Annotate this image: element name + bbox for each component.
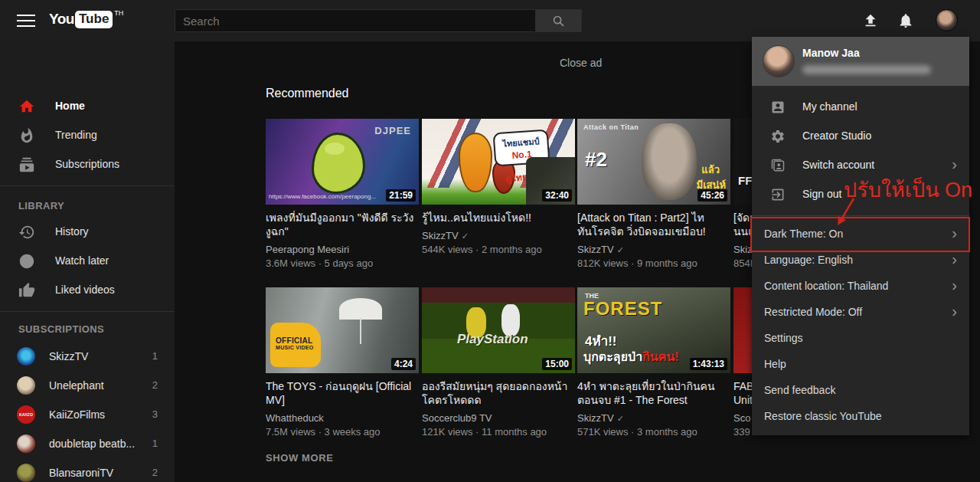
channel-name: SkizzTV — [49, 350, 88, 362]
menu-item-language[interactable]: Language: English › — [752, 248, 969, 274]
search-input[interactable] — [175, 9, 536, 32]
chevron-right-icon: › — [952, 251, 957, 268]
thumb-overlay-text: OFFICIAL — [276, 336, 321, 345]
verified-badge-icon: ✓ — [617, 414, 624, 423]
logo-tube-text: Tube — [75, 11, 113, 28]
top-bar: You Tube TH — [0, 0, 980, 41]
hamburger-menu-icon[interactable] — [17, 15, 35, 27]
menu-item-label: My channel — [802, 100, 858, 113]
verified-badge-icon: ✓ — [617, 245, 624, 254]
menu-item-restore-classic[interactable]: Restore classic YouTube — [752, 404, 969, 430]
menu-item-label: Creator Studio — [802, 130, 871, 142]
menu-item-label: Restore classic YouTube — [764, 410, 882, 422]
video-card[interactable]: Attack on Titan #2 แล้ว มีเสน่ห์ 45:26 [… — [577, 119, 730, 269]
sidebar-item-subscriptions[interactable]: Subscriptions — [0, 150, 175, 179]
trending-flame-icon — [18, 127, 35, 144]
channel-avatar: KAIIZO — [17, 405, 35, 424]
library-section-header: LIBRARY — [18, 200, 64, 211]
video-channel[interactable]: Peerapong Meesiri — [266, 244, 419, 255]
video-channel[interactable]: Whattheduck — [266, 412, 419, 424]
video-meta: 571K views · 3 months ago — [577, 426, 730, 438]
account-header: Manow Jaa — [752, 37, 969, 86]
sidebar-item-trending[interactable]: Trending — [0, 121, 175, 150]
video-card[interactable]: OFFICIAL MUSIC VIDEO 4:24 The TOYS - ก่อ… — [266, 287, 419, 438]
user-avatar[interactable] — [936, 9, 958, 31]
video-duration: 32:40 — [542, 189, 572, 202]
youtube-logo[interactable]: You Tube TH — [49, 11, 123, 28]
video-title[interactable]: เพลงที่มันมีงูออกมา "ฟังดีดี ระวัง งูฉก" — [266, 211, 419, 238]
switch-account-icon — [770, 158, 786, 173]
new-videos-count: 2 — [152, 467, 158, 478]
logo-you-text: You — [49, 11, 74, 28]
channel-avatar — [17, 434, 35, 453]
close-ad-button[interactable]: Close ad — [560, 57, 602, 69]
video-title[interactable]: อองรีสมัยหนุ่มๆ สุดยอดกองหน้า โคตรโหดดด — [422, 379, 575, 407]
sidebar: Home Trending Subscriptions LIBRARY Hist… — [0, 41, 175, 482]
umbrella-graphic — [339, 298, 382, 320]
video-meta: 544K views · 2 months ago — [422, 244, 575, 255]
chevron-right-icon: › — [952, 303, 957, 320]
thumb-overlay-text: แล้ว — [701, 162, 720, 178]
menu-item-settings[interactable]: Settings — [752, 326, 969, 352]
upload-icon[interactable] — [862, 12, 879, 29]
sidebar-subscription-skizztv[interactable]: SkizzTV 1 — [0, 342, 175, 371]
menu-item-label: Restricted Mode: Off — [764, 306, 862, 318]
video-card[interactable]: ไทยแชมป์ No.1 ดูไทย! 32:40 รู้ไหม..คนไทย… — [422, 119, 575, 255]
sidebar-subscription-blansaronitv[interactable]: BlansaroniTV 2 — [0, 458, 175, 482]
menu-item-label: Send feedback — [764, 384, 835, 396]
menu-item-send-feedback[interactable]: Send feedback — [752, 378, 969, 404]
new-videos-count: 3 — [152, 408, 158, 420]
video-thumbnail: THE FOREST 4หำ!! บุกตะลุยป่ากินคน! 1:43:… — [577, 287, 730, 373]
sidebar-divider — [0, 185, 175, 186]
video-card[interactable]: DJPEE https://www.facebook.com/peerapong… — [266, 119, 419, 269]
history-icon — [18, 224, 35, 241]
channel-name: doubletap beatb... — [49, 438, 135, 450]
video-title[interactable]: รู้ไหม..คนไทยแม่งโหด!! — [422, 211, 575, 225]
face-graphic — [642, 123, 697, 200]
video-channel[interactable]: SkizzTV✓ — [577, 412, 730, 424]
verified-badge-icon: ✓ — [462, 231, 469, 241]
menu-item-label: Settings — [764, 332, 803, 344]
sidebar-item-label: Subscriptions — [55, 158, 119, 170]
thumb-overlay-text: FOREST — [583, 298, 662, 320]
thumb-overlay-text: DJPEE — [374, 125, 411, 136]
video-channel[interactable]: SkizzTV✓ — [422, 230, 575, 241]
thumb-overlay-text: PlayStation — [457, 332, 528, 347]
menu-item-help[interactable]: Help — [752, 352, 969, 378]
sidebar-subscription-kaiizofilms[interactable]: KAIIZO KaiiZoFilms 3 — [0, 400, 175, 429]
menu-item-label: Content location: Thailand — [764, 280, 888, 292]
video-card[interactable]: THE FOREST 4หำ!! บุกตะลุยป่ากินคน! 1:43:… — [577, 287, 730, 438]
account-avatar — [763, 45, 795, 77]
sidebar-item-watch-later[interactable]: Watch later — [0, 247, 175, 276]
video-duration: 1:43:13 — [690, 358, 727, 370]
sidebar-subscription-unelephant[interactable]: Unelephant 2 — [0, 371, 175, 400]
gear-icon — [770, 129, 786, 144]
sidebar-item-liked-videos[interactable]: Liked videos — [0, 276, 175, 305]
video-channel[interactable]: Soccerclub9 TV — [422, 412, 575, 424]
thumb-url-text: https://www.facebook.com/peerapong... — [269, 193, 376, 200]
menu-item-creator-studio[interactable]: Creator Studio — [752, 122, 969, 151]
sidebar-item-home[interactable]: Home — [0, 92, 175, 121]
notifications-bell-icon[interactable] — [897, 12, 914, 29]
show-more-button[interactable]: SHOW MORE — [266, 452, 333, 464]
video-thumbnail: PlayStation 15:00 — [422, 287, 575, 373]
video-duration: 45:26 — [697, 189, 727, 202]
menu-item-restricted-mode[interactable]: Restricted Mode: Off › — [752, 300, 969, 326]
video-channel[interactable]: SkizzTV✓ — [577, 244, 730, 255]
video-duration: 15:00 — [542, 358, 572, 370]
video-title[interactable]: [Attack on Titan : Part2] ไท ทันโรคจิต ว… — [577, 211, 730, 238]
chevron-right-icon: › — [952, 225, 957, 242]
channel-name: BlansaroniTV — [49, 467, 113, 479]
video-card[interactable]: PlayStation 15:00 อองรีสมัยหนุ่มๆ สุดยอด… — [422, 287, 575, 438]
menu-item-content-location[interactable]: Content location: Thailand › — [752, 274, 969, 300]
sidebar-subscription-doubletap[interactable]: doubletap beatb... 1 — [0, 429, 175, 458]
sidebar-item-history[interactable]: History — [0, 218, 175, 247]
thumb-overlay-text: #2 — [585, 148, 607, 172]
video-title[interactable]: The TOYS - ก่อนฤดูฝน [Official MV] — [266, 379, 419, 407]
sign-out-icon — [770, 187, 786, 202]
channel-avatar — [17, 464, 35, 482]
search-button[interactable] — [536, 9, 582, 32]
person-icon — [770, 100, 786, 115]
menu-item-my-channel[interactable]: My channel — [752, 93, 969, 122]
video-title[interactable]: 4หำ พาตะลุยเที่ยวในป่ากินคน ตอนจบ #1 - T… — [577, 379, 730, 407]
